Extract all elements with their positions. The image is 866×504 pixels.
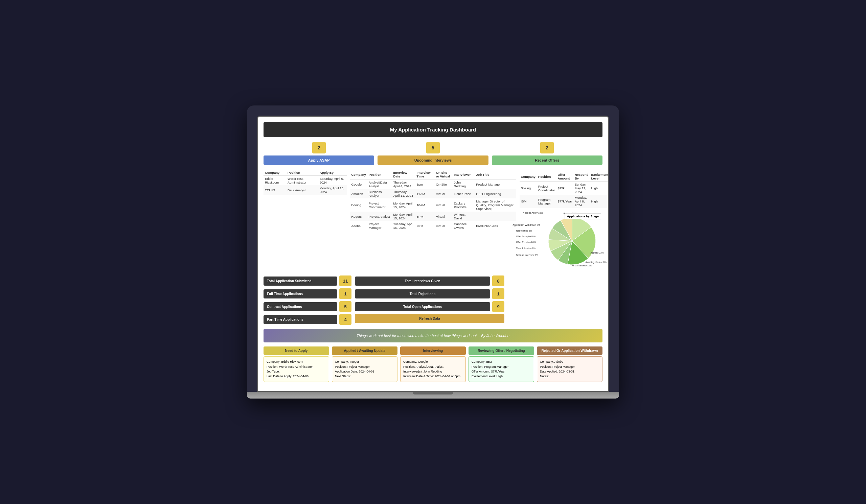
tables-row: Company Position Apply By Eddie Rizvi.co… xyxy=(264,170,602,272)
laptop-base xyxy=(247,392,619,399)
col-company: Company xyxy=(264,170,286,176)
col-excitement: Excitement Level xyxy=(590,172,609,182)
metric-full-time-value: 1 xyxy=(339,288,352,299)
kanban-board: Need to ApplyCompany: Eddie Rizvi.comPos… xyxy=(264,346,602,382)
col-job-title: Job Title xyxy=(475,170,516,180)
kanban-column-header: Applied / Awaiting Update xyxy=(332,346,398,355)
kanban-card-line: Interviewer(s): John Redding xyxy=(403,369,463,374)
table-row: GoogleAnalyst/Data AnalystThursday, Apri… xyxy=(350,180,516,189)
metric-total-applications-value: 11 xyxy=(339,275,352,286)
metrics-center: Total Interviews Given 8 Total Rejection… xyxy=(355,275,504,325)
metric-rejections-label: Total Rejections xyxy=(355,289,490,298)
offers-table-section: Company Position Offer Amount Respond By… xyxy=(520,170,603,272)
upcoming-interviews-section: 5 Upcoming Interviews xyxy=(378,142,488,165)
kanban-card-line: Notes: xyxy=(540,374,599,379)
apply-asap-table-section: Company Position Apply By Eddie Rizvi.co… xyxy=(264,170,347,272)
metric-contract: Contract Applications 5 xyxy=(264,301,352,312)
kanban-card-line: Last Date to Apply: 2024-04-06 xyxy=(267,374,326,379)
table-row: BoeingProject Coordinator$95kSunday, May… xyxy=(520,182,609,195)
kanban-column-header: Interviewing xyxy=(400,346,466,355)
pie-label: Third Interview 8% xyxy=(516,247,536,250)
metrics-row: Total Application Submitted 11 Full Time… xyxy=(264,275,602,325)
kanban-card-line: Company: Google xyxy=(403,359,463,364)
kanban-card: Company: GooglePosition: Analyst/Data An… xyxy=(400,356,466,382)
kanban-column-header: Need to Apply xyxy=(264,346,329,355)
pie-label: Awaiting Update 0% xyxy=(586,261,607,264)
pie-label: Second Interview 7% xyxy=(516,253,539,256)
kanban-column-header: Reviewing Offer / Negotiating xyxy=(468,346,534,355)
col-interview-time: Interview Time xyxy=(415,170,435,180)
kanban-card-line: Company: Adobe xyxy=(540,359,599,364)
metric-part-time-value: 4 xyxy=(339,314,352,325)
col-respond-by: Respond By xyxy=(574,172,590,182)
kanban-card-line: Next Steps: xyxy=(335,374,395,379)
dashboard-title: My Application Tracking Dashboard xyxy=(264,122,602,137)
interviews-table: Company Position Interview Date Intervie… xyxy=(350,170,516,230)
kanban-column-header: Rejected Or Application Withdrawn xyxy=(537,346,602,355)
kanban-card-line: Position: Project Manager xyxy=(540,364,599,369)
apply-asap-badge: 2 xyxy=(312,142,326,153)
pie-label: Offer Received 8% xyxy=(516,241,536,244)
kanban-card-line: Offer Amount: $77k/Year xyxy=(471,369,531,374)
col-apply-by: Apply By xyxy=(318,170,347,176)
col-position: Position xyxy=(537,172,556,182)
upcoming-interviews-button[interactable]: Upcoming Interviews xyxy=(378,156,488,165)
metric-contract-label: Contract Applications xyxy=(264,302,337,311)
table-row: Eddie Rizvi.comWordPress AdministratorSa… xyxy=(264,176,347,186)
kanban-card-line: Position: Analyst/Data Analyst xyxy=(403,364,463,369)
metric-total-applications-label: Total Application Submitted xyxy=(264,276,337,286)
kanban-card-line: Position: Program Manager xyxy=(471,364,531,369)
metric-interviews-given-label: Total Interviews Given xyxy=(355,276,490,286)
table-row: AdobeProject ManagerTuesday, April 16, 2… xyxy=(350,221,516,230)
metric-part-time-label: Part Time Applications xyxy=(264,315,337,324)
col-interviewer: Interviewer xyxy=(453,170,475,180)
interviews-table-section: Company Position Interview Date Intervie… xyxy=(350,170,516,272)
quote-bar: Things work out best for those who make … xyxy=(264,329,602,342)
kanban-card-line: Job Type: xyxy=(267,369,326,374)
apply-asap-table: Company Position Apply By Eddie Rizvi.co… xyxy=(264,170,347,195)
recent-offers-section: 2 Recent Offers xyxy=(492,142,602,165)
pie-label: First Interview 15% xyxy=(572,264,592,267)
offers-table: Company Position Offer Amount Respond By… xyxy=(520,172,609,208)
pie-label: Applied 23% xyxy=(591,251,604,254)
pie-labels: Need to Apply 15%Rejected 8%Application … xyxy=(520,210,609,272)
metric-interviews-given-value: 8 xyxy=(492,275,504,286)
metric-contract-value: 5 xyxy=(339,301,352,312)
kanban-card-line: Company: IBM xyxy=(471,359,531,364)
pie-label: Negotiating 8% xyxy=(516,229,532,232)
kanban-column: Reviewing Offer / NegotiatingCompany: IB… xyxy=(468,346,534,382)
table-row: AmazonBusiness AnalystThursday, April 11… xyxy=(350,189,516,198)
col-onsite-virtual: On Site or Virtual xyxy=(435,170,453,180)
table-row: BoeingProject CoordinatorMonday, April 1… xyxy=(350,198,516,211)
metric-open-applications-value: 9 xyxy=(492,301,504,312)
recent-offers-button[interactable]: Recent Offers xyxy=(492,156,602,165)
col-offer-amount: Offer Amount xyxy=(556,172,573,182)
kanban-card-line: Application Date: 2024-04-01 xyxy=(335,369,395,374)
apply-asap-button[interactable]: Apply ASAP xyxy=(264,156,374,165)
metric-open-applications: Total Open Applications 9 xyxy=(355,301,504,312)
pie-chart-title: Applications by Stage xyxy=(565,213,601,219)
metric-interviews-given: Total Interviews Given 8 xyxy=(355,275,504,286)
col-position: Position xyxy=(367,170,392,180)
metric-full-time-label: Full Time Applications xyxy=(264,289,337,298)
kanban-card-line: Excitement Level: High xyxy=(471,374,531,379)
kanban-card: Company: IntegerPosition: Project Manage… xyxy=(332,356,398,382)
col-interview-date: Interview Date xyxy=(392,170,415,180)
recent-offers-badge: 2 xyxy=(540,142,554,153)
kanban-column: Applied / Awaiting UpdateCompany: Intege… xyxy=(332,346,398,382)
metric-rejections-value: 1 xyxy=(492,288,504,299)
table-row: RogersProject AnalystMonday, April 15, 2… xyxy=(350,211,516,221)
kanban-column: InterviewingCompany: GooglePosition: Ana… xyxy=(400,346,466,382)
kanban-column: Need to ApplyCompany: Eddie Rizvi.comPos… xyxy=(264,346,329,382)
kanban-column: Rejected Or Application WithdrawnCompany… xyxy=(537,346,602,382)
metrics-left: Total Application Submitted 11 Full Time… xyxy=(264,275,352,325)
table-row: TELUSData AnalystMonday, April 15, 2024 xyxy=(264,185,347,195)
table-row: IBMProgram Manager$77k/YearMonday, April… xyxy=(520,195,609,208)
kanban-card-line: Date Applied: 2024-03-31 xyxy=(540,369,599,374)
metric-open-applications-label: Total Open Applications xyxy=(355,302,490,311)
refresh-data-button[interactable]: Refresh Data xyxy=(355,314,504,323)
pie-label: Offer Accepted 0% xyxy=(516,235,536,238)
col-company: Company xyxy=(350,170,367,180)
col-company: Company xyxy=(520,172,537,182)
kanban-card-line: Position: WordPress Administrator xyxy=(267,364,326,369)
